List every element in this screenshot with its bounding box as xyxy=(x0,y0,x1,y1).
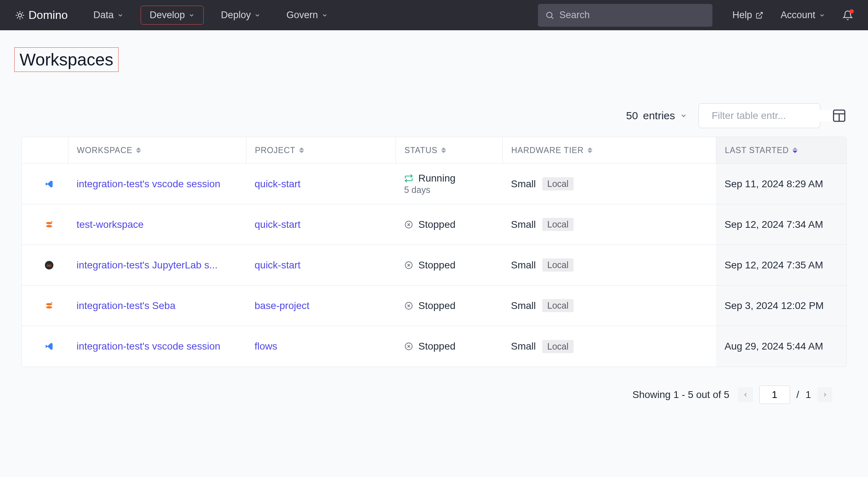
status-text: Stopped xyxy=(418,300,455,311)
chevron-down-icon xyxy=(680,112,687,119)
layout-toggle[interactable] xyxy=(832,108,847,123)
th-last-started[interactable]: LAST STARTED xyxy=(716,137,846,163)
last-started-cell: Sep 12, 2024 7:35 AM xyxy=(716,245,846,285)
last-started-cell: Sep 11, 2024 8:29 AM xyxy=(716,164,846,204)
sort-icon xyxy=(136,147,141,153)
svg-point-1 xyxy=(547,12,552,17)
table-footer: Showing 1 - 5 out of 5 / 1 xyxy=(14,386,854,404)
workspace-type-icon xyxy=(45,342,54,351)
project-link[interactable]: quick-start xyxy=(255,260,300,271)
svg-point-5 xyxy=(46,225,52,227)
workspace-type-icon: lab xyxy=(45,261,54,270)
sort-icon xyxy=(587,147,592,153)
th-status[interactable]: STATUS xyxy=(396,137,502,163)
workspace-link[interactable]: integration-test's vscode session xyxy=(77,178,220,189)
th-label: STATUS xyxy=(404,146,438,155)
th-workspace[interactable]: WORKSPACE xyxy=(68,137,246,163)
th-project[interactable]: PROJECT xyxy=(246,137,396,163)
filter-input[interactable] xyxy=(712,110,839,121)
last-started-text: Sep 12, 2024 7:35 AM xyxy=(725,260,823,271)
svg-point-4 xyxy=(46,222,52,224)
last-started-cell: Sep 3, 2024 12:02 PM xyxy=(716,285,846,326)
row-icon-cell xyxy=(22,326,68,367)
table-row: integration-test's vscode session flows … xyxy=(22,326,846,367)
top-navbar: Domino Data Develop Deploy Govern Help xyxy=(0,0,868,30)
notifications-button[interactable] xyxy=(842,10,853,21)
hardware-tag: Local xyxy=(542,258,574,272)
workspace-link[interactable]: test-workspace xyxy=(77,219,143,230)
chevron-down-icon xyxy=(321,12,328,19)
account-link[interactable]: Account xyxy=(780,10,825,21)
last-started-text: Sep 11, 2024 8:29 AM xyxy=(725,178,823,190)
th-label: WORKSPACE xyxy=(77,146,132,155)
help-label: Help xyxy=(732,10,752,21)
table-row: integration-test's vscode session quick-… xyxy=(22,164,846,204)
workspace-cell: integration-test's Seba xyxy=(68,300,246,311)
nav-item-data[interactable]: Data xyxy=(85,6,132,25)
prev-page-button[interactable] xyxy=(738,387,753,402)
hardware-tier: Small xyxy=(511,341,536,352)
nav-item-label: Govern xyxy=(286,10,318,21)
search-box[interactable] xyxy=(538,4,712,27)
chevron-left-icon xyxy=(742,392,749,398)
page-sep: / xyxy=(796,389,799,400)
nav-item-deploy[interactable]: Deploy xyxy=(212,6,269,25)
th-hardware[interactable]: HARDWARE TIER xyxy=(502,137,716,163)
status-cell: Stopped xyxy=(396,245,502,285)
last-started-text: Sep 3, 2024 12:02 PM xyxy=(725,300,824,311)
project-link[interactable]: base-project xyxy=(255,300,309,311)
last-started-cell: Sep 12, 2024 7:34 AM xyxy=(716,204,846,245)
hardware-cell: Small Local xyxy=(502,340,716,353)
workspace-link[interactable]: integration-test's Seba xyxy=(77,300,176,311)
hardware-tier: Small xyxy=(511,300,536,311)
account-label: Account xyxy=(780,10,815,21)
chevron-down-icon xyxy=(254,12,261,19)
row-icon-cell xyxy=(22,285,68,326)
external-link-icon xyxy=(755,11,763,19)
th-label: HARDWARE TIER xyxy=(511,146,584,155)
brand[interactable]: Domino xyxy=(15,9,68,22)
search-input[interactable] xyxy=(559,10,705,21)
table-row: lab integration-test's JupyterLab s... q… xyxy=(22,245,846,285)
project-link[interactable]: flows xyxy=(255,341,277,352)
nav-items: Data Develop Deploy Govern xyxy=(85,6,336,25)
status-duration: 5 days xyxy=(404,185,502,195)
page-input[interactable] xyxy=(759,386,790,404)
stopped-icon xyxy=(404,220,413,229)
project-link[interactable]: quick-start xyxy=(255,178,300,189)
pager: / 1 xyxy=(738,386,832,404)
search-icon xyxy=(545,11,554,20)
hardware-cell: Small Local xyxy=(502,299,716,312)
filter-box[interactable] xyxy=(699,103,820,128)
entries-select[interactable]: 50 entries xyxy=(626,110,687,122)
table-body: integration-test's vscode session quick-… xyxy=(22,164,846,367)
nav-item-govern[interactable]: Govern xyxy=(278,6,336,25)
workspace-link[interactable]: integration-test's vscode session xyxy=(77,341,220,352)
help-link[interactable]: Help xyxy=(732,10,764,21)
project-cell: base-project xyxy=(246,300,396,311)
workspace-cell: integration-test's vscode session xyxy=(68,341,246,352)
status-cell: Stopped xyxy=(396,204,502,245)
status-cell: Stopped xyxy=(396,326,502,367)
search-wrap xyxy=(538,4,712,27)
workspace-type-icon xyxy=(45,220,54,229)
hardware-tag: Local xyxy=(542,218,574,231)
total-pages: 1 xyxy=(805,389,811,400)
workspace-cell: test-workspace xyxy=(68,219,246,230)
hardware-cell: Small Local xyxy=(502,177,716,190)
workspace-link[interactable]: integration-test's JupyterLab s... xyxy=(77,260,218,271)
showing-text: Showing 1 - 5 out of 5 xyxy=(632,389,729,400)
running-icon xyxy=(404,174,413,183)
chevron-down-icon xyxy=(188,12,195,19)
nav-item-develop[interactable]: Develop xyxy=(141,6,204,25)
stopped-icon xyxy=(404,342,413,351)
chevron-right-icon xyxy=(822,392,828,398)
sort-icon xyxy=(299,147,304,153)
hardware-tag: Local xyxy=(542,299,574,312)
project-link[interactable]: quick-start xyxy=(255,219,300,230)
next-page-button[interactable] xyxy=(817,387,832,402)
stopped-icon xyxy=(404,261,413,270)
chevron-down-icon xyxy=(819,12,825,19)
row-icon-cell xyxy=(22,164,68,204)
table-header: WORKSPACE PROJECT STATUS HARDWARE TIER L… xyxy=(22,137,846,164)
